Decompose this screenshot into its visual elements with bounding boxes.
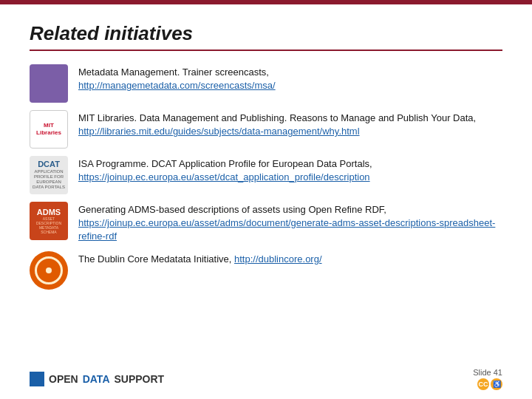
top-border	[0, 0, 532, 4]
list-item: DCAT APPLICATIONPROFILE FOREUROPEANDATA …	[30, 156, 502, 194]
list-item: ADMS ASSETDESCRIPTIONMETADATASCHEMA Gene…	[30, 202, 502, 244]
adms-link[interactable]: https://joinup.ec.europa.eu/asset/adms/d…	[78, 217, 495, 242]
list-item: Metadata Management. Trainer screencasts…	[30, 64, 502, 103]
footer: OPEN DATA SUPPORT Slide 41 CC ♿	[30, 368, 502, 390]
initiatives-list: Metadata Management. Trainer screencasts…	[30, 64, 502, 290]
dublin-icon	[30, 251, 68, 290]
list-item: The Dublin Core Medatata Initiative, htt…	[30, 251, 502, 290]
cc-person-icon: ♿	[491, 378, 502, 390]
logo-icon	[30, 372, 44, 386]
logo-support: SUPPORT	[115, 373, 165, 385]
logo-data: DATA	[83, 373, 110, 385]
metadata-link[interactable]: http://managemetadata.com/screencasts/ms…	[78, 80, 276, 91]
slide-info: Slide 41 CC ♿	[473, 368, 502, 390]
adms-icon: ADMS ASSETDESCRIPTIONMETADATASCHEMA	[30, 202, 68, 240]
metadata-icon	[30, 64, 68, 103]
mit-link[interactable]: http://libraries.mit.edu/guides/subjects…	[78, 126, 360, 137]
slide: Related initiatives Metadata Management.…	[0, 0, 532, 399]
dcat-icon: DCAT APPLICATIONPROFILE FOREUROPEANDATA …	[30, 156, 68, 194]
dcat-link[interactable]: https://joinup.ec.europa.eu/asset/dcat_a…	[78, 171, 370, 183]
slide-number: Slide 41	[473, 368, 502, 377]
cc-icon: CC	[477, 378, 489, 390]
logo: OPEN DATA SUPPORT	[30, 372, 164, 386]
dcat-text: ISA Programme. DCAT Application Profile …	[78, 156, 502, 184]
mit-text: MIT Libraries. Data Management and Publi…	[78, 110, 502, 138]
dublin-link[interactable]: http://dublincore.org/	[234, 253, 322, 265]
metadata-text: Metadata Management. Trainer screencasts…	[78, 64, 502, 92]
dublin-text: The Dublin Core Medatata Initiative, htt…	[78, 251, 502, 266]
adms-text: Generating ADMS-based descriptions of as…	[78, 202, 502, 244]
logo-open: OPEN	[49, 373, 78, 385]
mit-icon: MITLibraries	[30, 110, 68, 149]
list-item: MITLibraries MIT Libraries. Data Managem…	[30, 110, 502, 149]
slide-title: Related initiatives	[30, 22, 502, 51]
cc-badge: CC ♿	[477, 378, 502, 390]
